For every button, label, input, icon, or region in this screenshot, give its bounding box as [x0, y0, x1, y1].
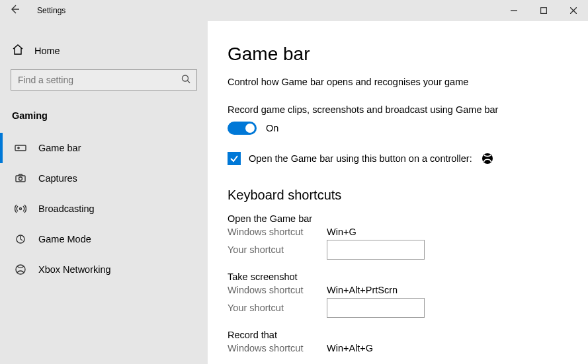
controller-checkbox[interactable] [228, 152, 241, 165]
search-icon [181, 75, 190, 86]
xbox-networking-icon [15, 264, 26, 275]
win-shortcut-value: Win+Alt+PrtScrn [327, 285, 398, 295]
shortcuts-heading: Keyboard shortcuts [228, 188, 568, 203]
shortcut-your-row: Your shortcut [228, 240, 568, 260]
window-title: Settings [37, 6, 65, 15]
record-toggle[interactable] [228, 122, 257, 135]
home-link[interactable]: Home [0, 37, 208, 64]
your-shortcut-label: Your shortcut [228, 303, 327, 313]
toggle-state: On [266, 123, 278, 133]
checkbox-row: Open the Game bar using this button on a… [228, 152, 568, 165]
minimize-button[interactable] [499, 0, 528, 21]
toggle-knob [245, 124, 255, 133]
nav-label: Game Mode [38, 234, 91, 244]
your-shortcut-input[interactable] [327, 240, 425, 260]
nav-item-game-bar[interactable]: Game bar [0, 133, 208, 163]
toggle-row: On [228, 122, 568, 135]
win-shortcut-value: Win+Alt+G [327, 343, 373, 353]
captures-icon [15, 172, 26, 184]
shortcut-title: Open the Game bar [228, 213, 568, 224]
toggle-label: Record game clips, screenshots and broad… [228, 104, 568, 115]
maximize-button[interactable] [528, 0, 558, 21]
shortcut-win-row: Windows shortcut Win+Alt+G [228, 343, 568, 353]
shortcut-block-record-that: Record that Windows shortcut Win+Alt+G [228, 330, 568, 353]
shortcut-block-open: Open the Game bar Windows shortcut Win+G… [228, 213, 568, 260]
titlebar: Settings [0, 0, 588, 21]
home-icon [12, 44, 24, 57]
nav-label: Broadcasting [38, 203, 95, 214]
nav-item-xbox-networking[interactable]: Xbox Networking [0, 254, 208, 285]
category-label: Gaming [0, 102, 208, 133]
nav-item-captures[interactable]: Captures [0, 163, 208, 194]
close-button[interactable] [558, 0, 588, 21]
svg-rect-0 [540, 8, 546, 14]
game-bar-icon [15, 142, 26, 154]
nav-label: Game bar [38, 143, 81, 153]
win-shortcut-value: Win+G [327, 227, 357, 237]
page-title: Game bar [228, 44, 568, 65]
shortcut-block-screenshot: Take screenshot Windows shortcut Win+Alt… [228, 272, 568, 318]
nav-label: Captures [38, 173, 77, 184]
nav-item-game-mode[interactable]: Game Mode [0, 224, 208, 254]
search-input[interactable] [11, 69, 197, 91]
nav-item-broadcasting[interactable]: Broadcasting [0, 194, 208, 224]
shortcut-win-row: Windows shortcut Win+G [228, 227, 568, 237]
search-wrap [11, 69, 197, 91]
your-shortcut-input[interactable] [327, 298, 425, 318]
shortcut-your-row: Your shortcut [228, 298, 568, 318]
titlebar-left: Settings [0, 4, 65, 17]
sidebar: Home Gaming Game bar Captures [0, 21, 208, 364]
svg-point-5 [20, 208, 22, 210]
svg-point-1 [183, 75, 189, 81]
broadcasting-icon [15, 203, 26, 215]
shortcut-title: Record that [228, 330, 568, 340]
svg-point-8 [482, 153, 493, 164]
xbox-icon [482, 153, 493, 164]
game-mode-icon [15, 233, 26, 245]
win-shortcut-label: Windows shortcut [228, 227, 327, 237]
svg-rect-2 [15, 145, 26, 151]
search-box [11, 69, 197, 91]
win-shortcut-label: Windows shortcut [228, 285, 327, 295]
shortcut-win-row: Windows shortcut Win+Alt+PrtScrn [228, 285, 568, 295]
svg-point-4 [19, 177, 22, 180]
home-label: Home [34, 46, 60, 56]
win-shortcut-label: Windows shortcut [228, 343, 327, 353]
page-subtext: Control how Game bar opens and recognise… [228, 77, 568, 87]
content: Game bar Control how Game bar opens and … [208, 21, 588, 364]
window-controls [499, 0, 588, 21]
back-icon[interactable] [9, 4, 20, 17]
nav-label: Xbox Networking [38, 264, 111, 275]
shortcut-title: Take screenshot [228, 272, 568, 282]
your-shortcut-label: Your shortcut [228, 244, 327, 255]
checkbox-label: Open the Game bar using this button on a… [249, 153, 472, 164]
nav-list: Game bar Captures Broadcasting Game Mode [0, 133, 208, 285]
body: Home Gaming Game bar Captures [0, 21, 588, 364]
